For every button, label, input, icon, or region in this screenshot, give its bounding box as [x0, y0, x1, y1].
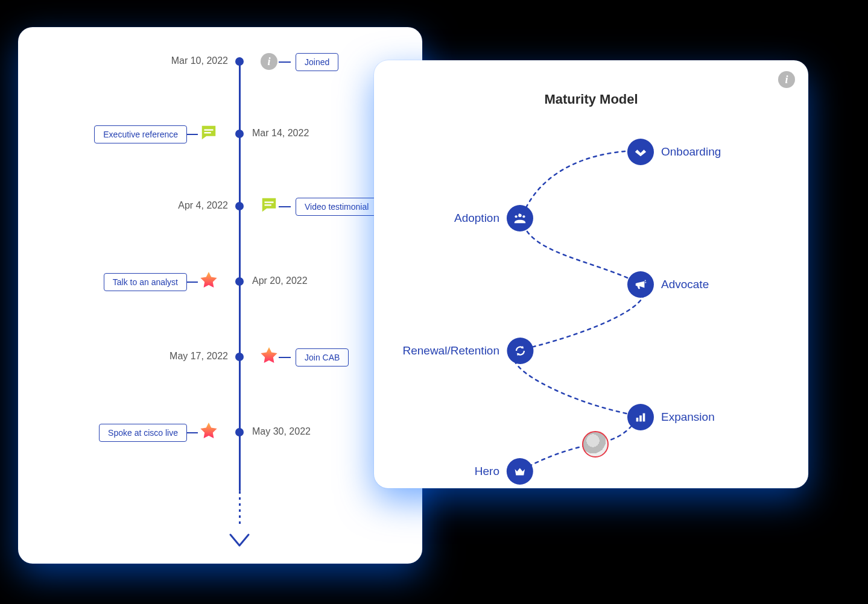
timeline-connector	[279, 61, 291, 63]
timeline-badge[interactable]: Video testimonial	[296, 198, 378, 216]
star-icon	[259, 347, 279, 366]
stage: Mar 10, 2022iJoinedMar 14, 2022Executive…	[0, 0, 868, 604]
star-icon	[199, 423, 218, 442]
svg-rect-7	[636, 418, 639, 421]
maturity-stage[interactable]: Renewal/Retention	[402, 338, 533, 364]
maturity-stage-label: Advocate	[661, 278, 709, 291]
timeline-event: May 17, 2022Join CAB	[18, 344, 422, 370]
timeline-event: Mar 14, 2022Executive reference	[18, 121, 422, 147]
timeline-axis-dotted	[239, 491, 241, 527]
timeline-dot	[235, 130, 244, 138]
chevron-down-icon[interactable]	[227, 527, 252, 553]
svg-rect-9	[643, 414, 645, 422]
timeline-dot	[235, 57, 244, 66]
timeline-badge[interactable]: Executive reference	[94, 125, 187, 143]
megaphone-icon	[627, 271, 654, 298]
info-icon[interactable]: i	[778, 71, 795, 88]
svg-rect-3	[265, 204, 271, 206]
svg-rect-2	[265, 201, 274, 203]
timeline-date: May 17, 2022	[169, 351, 228, 362]
timeline-dot	[235, 353, 244, 361]
timeline-date: Mar 10, 2022	[171, 55, 228, 66]
timeline-connector	[186, 134, 198, 135]
current-position-avatar[interactable]	[582, 431, 609, 458]
timeline-dot	[235, 202, 244, 210]
handshake-icon	[627, 139, 654, 165]
timeline-event: Mar 10, 2022iJoined	[18, 48, 422, 75]
maturity-stage[interactable]: Advocate	[627, 271, 709, 298]
timeline-event: Apr 20, 2022Talk to an analyst	[18, 268, 422, 295]
timeline-dot	[235, 277, 244, 286]
info-icon: i	[259, 52, 279, 71]
chat-icon	[199, 124, 218, 143]
maturity-stage[interactable]: Expansion	[627, 404, 715, 430]
svg-point-6	[522, 215, 525, 218]
group-icon	[507, 205, 533, 231]
timeline-badge[interactable]: Talk to an analyst	[104, 273, 187, 291]
svg-rect-8	[639, 415, 642, 421]
maturity-card: i Maturity Model OnboardingAdoptionAdvoc…	[374, 60, 808, 488]
timeline-badge[interactable]: Joined	[296, 53, 338, 71]
maturity-stage-label: Adoption	[454, 212, 499, 225]
timeline-dot	[235, 428, 244, 436]
timeline-connector	[279, 206, 291, 207]
maturity-stage[interactable]: Onboarding	[627, 139, 721, 165]
timeline-connector	[186, 282, 198, 283]
maturity-stage-label: Expansion	[661, 411, 715, 424]
timeline-event: Apr 4, 2022Video testimonial	[18, 193, 422, 219]
svg-rect-1	[204, 132, 211, 133]
cycle-icon	[507, 338, 533, 364]
timeline-badge[interactable]: Join CAB	[296, 348, 349, 366]
maturity-stage-label: Hero	[475, 465, 499, 478]
timeline-badge[interactable]: Spoke at cisco live	[99, 424, 187, 442]
chat-icon	[259, 197, 279, 216]
timeline-card: Mar 10, 2022iJoinedMar 14, 2022Executive…	[18, 27, 422, 564]
star-icon	[199, 272, 218, 291]
timeline-connector	[279, 357, 291, 358]
maturity-stage-label: Onboarding	[661, 145, 721, 159]
svg-rect-0	[204, 129, 214, 130]
maturity-path	[386, 121, 796, 476]
svg-point-5	[515, 215, 517, 218]
timeline-date: Apr 4, 2022	[178, 200, 228, 211]
maturity-title: Maturity Model	[374, 92, 808, 107]
maturity-stage[interactable]: Adoption	[454, 205, 533, 231]
crown-icon	[507, 458, 533, 485]
chart-icon	[627, 404, 654, 430]
timeline-connector	[186, 432, 198, 433]
timeline-date: May 30, 2022	[252, 426, 311, 437]
maturity-stage[interactable]: Hero	[475, 458, 533, 485]
timeline-date: Mar 14, 2022	[252, 128, 309, 139]
timeline-event: May 30, 2022Spoke at cisco live	[18, 419, 422, 445]
timeline-date: Apr 20, 2022	[252, 275, 308, 286]
maturity-stage-label: Renewal/Retention	[402, 344, 499, 357]
